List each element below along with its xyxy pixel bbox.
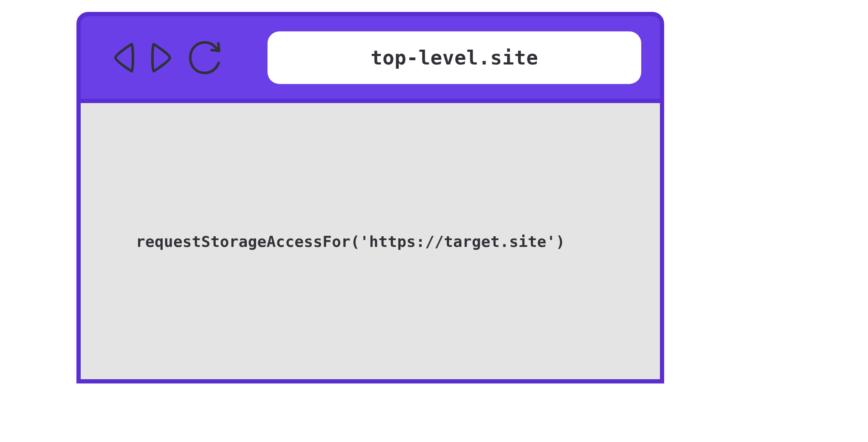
diagram-canvas: top-level.site requestStorageAccessFor('… — [0, 0, 868, 442]
reload-icon[interactable] — [187, 39, 224, 76]
address-text: top-level.site — [371, 46, 538, 69]
code-snippet: requestStorageAccessFor('https://target.… — [136, 233, 565, 250]
nav-button-group — [110, 39, 224, 76]
address-bar[interactable]: top-level.site — [268, 31, 641, 84]
page-viewport: requestStorageAccessFor('https://target.… — [76, 103, 664, 383]
forward-icon[interactable] — [149, 40, 175, 76]
back-icon[interactable] — [110, 40, 137, 76]
browser-chrome: top-level.site — [76, 12, 664, 103]
browser-window: top-level.site requestStorageAccessFor('… — [76, 12, 664, 383]
